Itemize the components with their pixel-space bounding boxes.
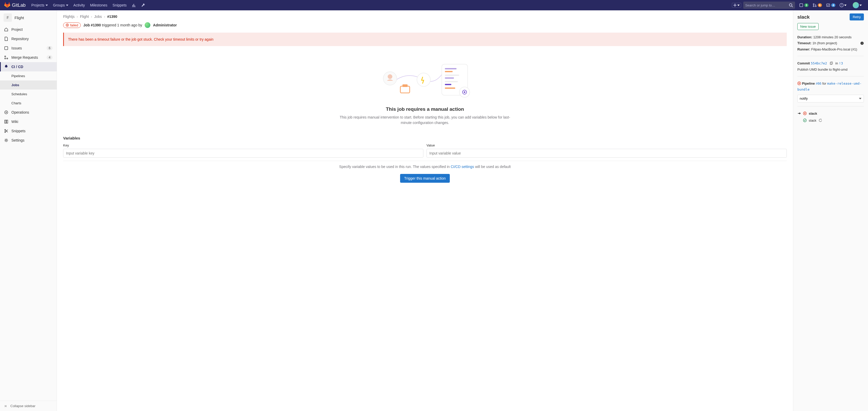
sidebar-item-wiki[interactable]: Wiki <box>0 117 57 126</box>
svg-rect-29 <box>445 84 451 85</box>
mr-link[interactable]: !3 <box>839 61 843 65</box>
sidebar-sub-schedules[interactable]: Schedules <box>0 90 57 99</box>
collapse-icon <box>4 404 8 408</box>
job-header: failed Job #1390 triggered 1 month ago b… <box>63 22 787 28</box>
retry-icon[interactable] <box>818 119 822 122</box>
arrow-right-icon <box>797 112 801 115</box>
svg-point-2 <box>813 4 814 5</box>
brand[interactable]: GitLab <box>4 2 26 8</box>
collapse-sidebar[interactable]: Collapse sidebar <box>0 401 57 411</box>
job-title-line: Job #1390 triggered 1 month ago by <box>83 23 142 27</box>
crumb-project[interactable]: Flight <box>80 14 89 19</box>
sidebar-item-operations[interactable]: Operations <box>0 108 57 117</box>
svg-rect-8 <box>5 46 8 50</box>
crumb-jobs[interactable]: Jobs <box>94 14 102 19</box>
svg-rect-25 <box>445 71 453 72</box>
search-box[interactable] <box>743 2 795 9</box>
chevron-down-icon <box>737 4 740 6</box>
gear-icon <box>4 138 8 143</box>
nav-milestones[interactable]: Milestones <box>88 0 110 10</box>
triggerer-avatar[interactable] <box>145 22 150 28</box>
svg-point-15 <box>5 131 6 132</box>
sidebar-project[interactable]: F Flight <box>0 10 57 25</box>
operations-icon <box>4 110 8 115</box>
svg-point-3 <box>813 6 814 7</box>
commit-sha-link[interactable]: 554bc7e2 <box>811 61 827 65</box>
gitlab-logo-icon <box>4 2 10 8</box>
sidebar-item-merge-requests[interactable]: Merge Requests4 <box>0 53 57 62</box>
book-icon <box>4 120 8 124</box>
nav-snippets[interactable]: Snippets <box>110 0 129 10</box>
commit-message: Publish UMD bundle to flight-umd <box>797 66 864 72</box>
timeout-alert: There has been a timeout failure or the … <box>63 33 787 46</box>
svg-point-13 <box>6 112 7 113</box>
issues-icon <box>4 46 8 50</box>
search-input[interactable] <box>745 3 789 7</box>
nav-groups[interactable]: Groups <box>51 0 71 10</box>
sidebar-sub-charts[interactable]: Charts <box>0 99 57 108</box>
failed-icon <box>803 112 807 115</box>
help-icon: ? <box>840 3 844 7</box>
sidebar-sub-pipelines[interactable]: Pipelines <box>0 71 57 81</box>
svg-rect-26 <box>445 74 459 76</box>
nav-plus[interactable] <box>732 3 741 7</box>
issues-icon <box>799 3 803 7</box>
nav-help[interactable]: ? <box>838 2 848 8</box>
rocket-icon <box>4 65 8 69</box>
merge-request-icon <box>4 55 8 60</box>
svg-rect-1 <box>800 4 803 7</box>
svg-point-11 <box>7 58 8 59</box>
variable-value-input[interactable] <box>427 149 787 158</box>
job-row-current[interactable]: slack <box>797 110 864 117</box>
nav-analytics-icon[interactable] <box>129 0 138 10</box>
new-issue-button[interactable]: New issue <box>797 23 818 30</box>
nav-user-menu[interactable] <box>849 1 863 9</box>
crumb-group[interactable]: Flightjs <box>63 14 74 19</box>
doc-icon <box>4 37 8 41</box>
failed-icon <box>797 82 801 85</box>
status-badge: failed <box>63 23 81 28</box>
variables-section: Variables Key Value Specify variable val… <box>63 136 787 183</box>
pipeline-link[interactable]: #66 <box>816 82 822 86</box>
nav-todos-counter[interactable]: 4 <box>825 2 837 8</box>
nav-activity[interactable]: Activity <box>71 0 88 10</box>
copy-icon[interactable] <box>830 62 833 65</box>
stage-select[interactable]: notify <box>797 95 864 102</box>
nav-mr-counter[interactable]: 6 <box>811 2 824 8</box>
sidebar-item-settings[interactable]: Settings <box>0 136 57 145</box>
svg-point-33 <box>464 91 465 93</box>
search-icon <box>789 3 793 7</box>
sidebar-item-repository[interactable]: Repository <box>0 34 57 43</box>
svg-text:?: ? <box>841 4 842 7</box>
user-avatar-icon <box>853 2 859 8</box>
passed-icon <box>803 119 807 122</box>
sidebar-item-snippets[interactable]: Snippets <box>0 126 57 136</box>
empty-state: This job requires a manual action This j… <box>337 54 513 126</box>
svg-text:?: ? <box>862 42 863 45</box>
breadcrumb: Flightjs› Flight› Jobs› #1390 <box>63 14 787 19</box>
merge-request-icon <box>813 3 817 7</box>
sidebar-item-cicd[interactable]: CI / CD <box>0 62 57 71</box>
help-icon[interactable]: ? <box>860 41 864 45</box>
home-icon <box>4 27 8 32</box>
nav-admin-icon[interactable] <box>138 0 148 10</box>
job-name: slack <box>797 14 810 20</box>
triggerer-name[interactable]: Administrator <box>153 23 177 27</box>
manual-action-illustration <box>374 54 475 100</box>
retry-button[interactable]: Retry <box>849 13 864 21</box>
sidebar-sub-jobs[interactable]: Jobs <box>0 81 57 90</box>
sidebar-item-issues[interactable]: Issues6 <box>0 43 57 53</box>
key-label: Key <box>63 144 424 147</box>
nav-projects[interactable]: Projects <box>29 0 51 10</box>
trigger-button[interactable]: Trigger this manual action <box>400 174 450 183</box>
svg-rect-24 <box>445 68 457 69</box>
variable-key-input[interactable] <box>63 149 424 158</box>
right-sidebar: slack Retry New issue Duration: 1208 min… <box>793 10 868 411</box>
nav-issues-counter[interactable]: 3 <box>798 2 810 8</box>
cicd-settings-link[interactable]: CI/CD settings <box>451 165 474 169</box>
svg-rect-20 <box>400 86 410 93</box>
sidebar-item-project[interactable]: Project <box>0 25 57 34</box>
svg-rect-28 <box>445 81 458 82</box>
main-content: Flightjs› Flight› Jobs› #1390 failed Job… <box>57 10 793 411</box>
job-row[interactable]: slack <box>797 117 864 124</box>
